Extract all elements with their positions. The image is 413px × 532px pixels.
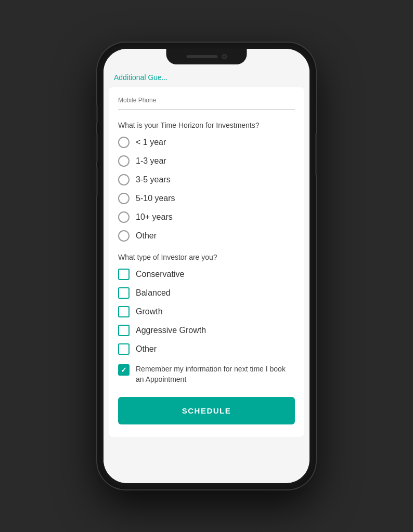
checkbox-label-other-investor: Other [136,344,157,354]
radio-circle-10-plus-years[interactable] [118,211,130,223]
schedule-button[interactable]: SCHEDULE [118,397,295,424]
radio-circle-1-3-year[interactable] [118,155,130,167]
checkbox-growth[interactable] [118,306,130,317]
checkbox-balanced[interactable] [118,287,130,299]
top-navigation: Additional Gue... [104,70,309,82]
radio-circle-5-10-years[interactable] [118,193,130,204]
checkbox-conservative[interactable] [118,269,130,280]
radio-label-5-10-years: 5-10 years [136,194,175,203]
mobile-phone-label: Mobile Phone [118,97,295,104]
radio-item-3-5-years[interactable]: 3-5 years [118,174,295,185]
investor-type-checkbox-group: Conservative Balanced Growth Aggressive … [118,269,295,355]
radio-item-other-time[interactable]: Other [118,230,295,242]
notch [166,49,247,64]
side-button-mute [96,105,98,123]
time-horizon-question: What is your Time Horizon for Investment… [118,121,295,129]
form-container: Mobile Phone What is your Time Horizon f… [109,87,304,437]
remember-row[interactable]: Remember my information for next time I … [118,364,295,384]
remember-label: Remember my information for next time I … [136,364,295,384]
radio-label-1-3-year: 1-3 year [136,156,166,166]
investor-type-question: What type of Investor are you? [118,253,295,261]
checkbox-label-conservative: Conservative [136,270,184,279]
checkbox-aggressive-growth[interactable] [118,325,130,336]
checkbox-label-aggressive-growth: Aggressive Growth [136,326,206,335]
speaker [186,55,217,58]
radio-label-less-1-year: < 1 year [136,138,166,147]
phone-screen: Additional Gue... Mobile Phone What is y… [104,49,309,483]
checkbox-other-investor[interactable] [118,343,130,355]
side-button-power [315,134,317,175]
radio-item-less-1-year[interactable]: < 1 year [118,137,295,148]
screen-content[interactable]: Additional Gue... Mobile Phone What is y… [104,49,309,483]
camera [222,54,227,59]
radio-label-3-5-years: 3-5 years [136,175,171,184]
checkbox-label-balanced: Balanced [136,288,171,298]
checkbox-label-growth: Growth [136,307,163,316]
radio-circle-less-1-year[interactable] [118,137,130,148]
side-button-vol-down [96,167,98,196]
checkbox-item-balanced[interactable]: Balanced [118,287,295,299]
phone-frame: Additional Gue... Mobile Phone What is y… [97,43,316,489]
radio-item-5-10-years[interactable]: 5-10 years [118,193,295,204]
radio-label-10-plus-years: 10+ years [136,212,173,222]
checkbox-item-other-investor[interactable]: Other [118,343,295,355]
back-link[interactable]: Additional Gue... [114,73,168,82]
mobile-phone-field: Mobile Phone [118,97,295,110]
checkbox-item-growth[interactable]: Growth [118,306,295,317]
checkbox-item-conservative[interactable]: Conservative [118,269,295,280]
radio-item-10-plus-years[interactable]: 10+ years [118,211,295,223]
side-button-vol-up [96,134,98,162]
radio-circle-other-time[interactable] [118,230,130,242]
radio-circle-3-5-years[interactable] [118,174,130,185]
time-horizon-radio-group: < 1 year 1-3 year 3-5 years 5-10 years [118,137,295,242]
radio-label-other-time: Other [136,231,157,241]
radio-item-1-3-year[interactable]: 1-3 year [118,155,295,167]
checkbox-remember[interactable] [118,364,130,376]
checkbox-item-aggressive-growth[interactable]: Aggressive Growth [118,325,295,336]
